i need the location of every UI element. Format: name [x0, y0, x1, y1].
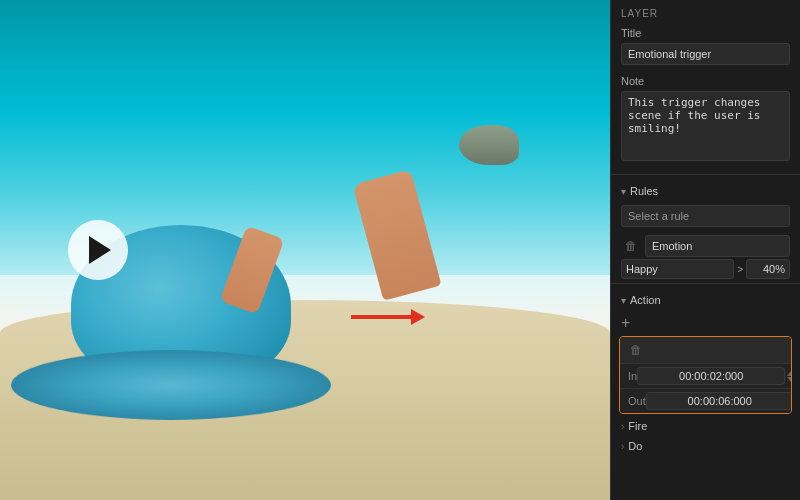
- do-chevron-icon: ›: [621, 441, 624, 452]
- action-out-label: Out: [628, 395, 646, 407]
- fire-row[interactable]: › Fire: [611, 416, 800, 436]
- rule-item-label: Emotion: [645, 235, 790, 257]
- action-in-row: In: [620, 363, 791, 388]
- spin-down-icon[interactable]: [787, 377, 792, 382]
- arrow-head: [411, 309, 425, 325]
- action-in-input[interactable]: [637, 367, 785, 385]
- arrow-shaft: [351, 315, 411, 319]
- play-button[interactable]: [68, 220, 128, 280]
- video-panel: [0, 0, 610, 500]
- emotion-condition-row: Happy Sad Angry >: [621, 259, 790, 279]
- layer-section-header: LAYER: [611, 0, 800, 23]
- title-input[interactable]: [621, 43, 790, 65]
- do-label: Do: [628, 440, 642, 452]
- delete-action-button[interactable]: 🗑: [626, 340, 646, 360]
- fire-chevron-icon: ›: [621, 421, 624, 432]
- add-action-button[interactable]: +: [611, 312, 640, 334]
- note-label: Note: [611, 71, 800, 89]
- hat-brim: [11, 350, 331, 419]
- select-rule-dropdown[interactable]: Select a rule Emotion Time Click: [621, 205, 790, 227]
- spin-up-icon[interactable]: [787, 371, 792, 376]
- emotion-operator: >: [737, 264, 743, 275]
- emotion-percent-input[interactable]: [746, 259, 790, 279]
- action-out-row: Out: [620, 388, 791, 413]
- action-label: Action: [630, 294, 661, 306]
- title-label: Title: [611, 23, 800, 41]
- divider-2: [611, 283, 800, 284]
- do-row[interactable]: › Do: [611, 436, 800, 456]
- action-out-input[interactable]: [646, 392, 792, 410]
- rules-label: Rules: [630, 185, 658, 197]
- rock: [459, 125, 519, 165]
- action-in-label: In: [628, 370, 637, 382]
- divider-1: [611, 174, 800, 175]
- chevron-down-icon: ▾: [621, 186, 626, 197]
- delete-rule-button[interactable]: 🗑: [621, 236, 641, 256]
- arrow-indicator: [351, 309, 425, 325]
- emotion-value-select[interactable]: Happy Sad Angry: [621, 259, 734, 279]
- play-icon: [89, 236, 111, 264]
- fire-label: Fire: [628, 420, 647, 432]
- action-header[interactable]: ▾ Action: [611, 288, 800, 312]
- action-chevron-icon: ▾: [621, 295, 626, 306]
- properties-panel: LAYER Title Note This trigger changes sc…: [610, 0, 800, 500]
- rules-header[interactable]: ▾ Rules: [611, 179, 800, 203]
- action-in-spinner[interactable]: [787, 371, 792, 382]
- action-item-header: 🗑: [620, 337, 791, 363]
- emotion-rule-item: 🗑 Emotion: [621, 235, 790, 257]
- action-item: 🗑 In Out: [619, 336, 792, 414]
- note-textarea[interactable]: This trigger changes scene if the user i…: [621, 91, 790, 161]
